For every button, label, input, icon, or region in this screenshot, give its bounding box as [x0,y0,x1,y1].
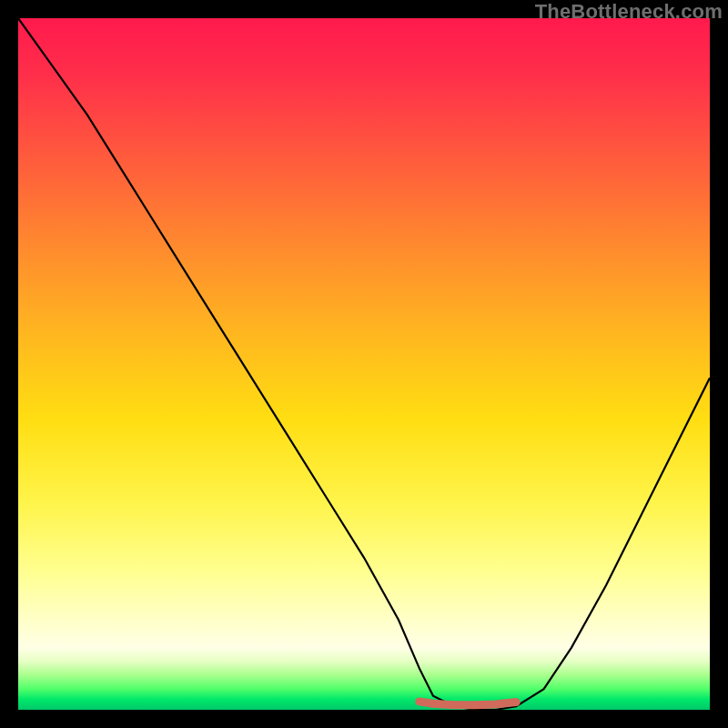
curve-layer [18,18,710,710]
optimal-band-marker [420,702,516,705]
watermark-text: TheBottleneck.com [535,0,723,24]
bottleneck-curve-path [18,18,710,710]
chart-frame: TheBottleneck.com [0,0,728,728]
bottleneck-curve [18,18,710,710]
optimal-band-marker-path [420,702,516,705]
plot-area [18,18,710,710]
